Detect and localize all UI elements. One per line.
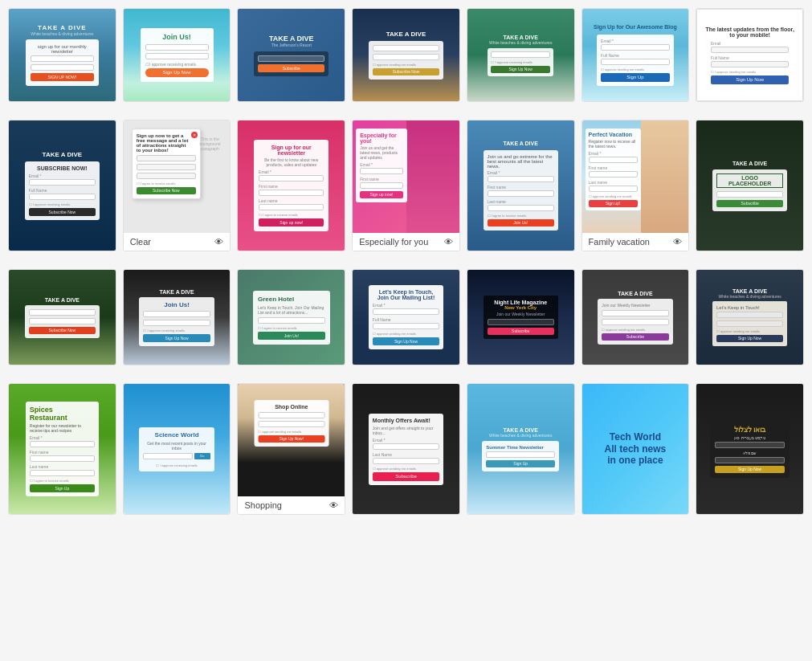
card-greenmint-label: Green Mint 👁 — [696, 251, 803, 251]
card-sports[interactable]: Monthly Offers Await! Join and get offer… — [352, 383, 460, 515]
card-bluesky-thumb: Sign Up for Our Awesome Blog Email * Ful… — [582, 9, 689, 101]
card-clear-label: Clear 👁 — [124, 233, 231, 251]
card-especially-thumb: Especially for you! Join us and get the … — [353, 120, 459, 233]
row-divider-2 — [8, 258, 804, 263]
card-science[interactable]: Science World Get the most recent posts … — [123, 383, 231, 515]
card-extreme-thumb: TAKE A DIVE Join us and go extreme for t… — [467, 120, 574, 251]
card-business[interactable]: The latest updates from the floor, to yo… — [696, 8, 804, 102]
card-postcard[interactable]: TAKE A DIVE White beaches & diving adven… — [696, 269, 804, 365]
especially-name: Especially for you — [359, 237, 428, 247]
card-science-thumb: Science World Get the most recent posts … — [124, 384, 231, 514]
familyvac-eye-icon[interactable]: 👁 — [673, 237, 682, 247]
card-classic-thumb: TAKE A DIVE SUBSCRIBE NOW! Email * Full … — [9, 120, 116, 251]
card-restaurant[interactable]: SpicesRestaurant Register for our newsle… — [8, 383, 116, 515]
card-clear[interactable]: ✕ Sign up now to get a free message and … — [123, 120, 231, 251]
card-especially-label: Especially for you 👁 — [353, 233, 459, 251]
card-extreme[interactable]: TAKE A DIVE Join us and go extreme for t… — [467, 120, 575, 251]
card-hipster[interactable]: TAKE A DIVE Join Us! ☐ I approve receivi… — [123, 269, 231, 365]
card-beauty-label: Beauty & Cosm... 👁 — [353, 101, 459, 102]
card-science-label: Science 👁 — [124, 514, 231, 515]
card-summertime[interactable]: TAKE A DIVE White beaches & diving adven… — [467, 383, 575, 515]
card-designers-thumb: Sign up for our newsletter Be the first … — [238, 120, 345, 251]
card-bluesky[interactable]: Sign Up for Our Awesome Blog Email * Ful… — [581, 8, 690, 102]
card-designers[interactable]: Sign up for our newsletter Be the first … — [237, 120, 345, 251]
card-blog-label: Blog 👁 — [467, 101, 574, 102]
card-shopping-thumb: Shop Online ☐ approve sending me emails … — [238, 384, 345, 496]
card-restaurant-label: Restaurant 👁 — [9, 514, 116, 515]
card-sports-thumb: Monthly Offers Await! Join and get offer… — [353, 384, 459, 514]
template-grid: TAKE A DIVE White beaches & diving adven… — [8, 8, 804, 515]
familyvac-name: Family vacation — [589, 237, 650, 247]
card-hotel-thumb: Green Hotel Let's Keep in Touch, Join Ou… — [238, 270, 345, 365]
card-familyvac-thumb: Perfect Vacation Register now to receive… — [582, 120, 689, 233]
card-adventure-label: Adventure 👁 — [9, 101, 116, 102]
card-hipster-thumb: TAKE A DIVE Join Us! ☐ I approve receivi… — [124, 270, 231, 365]
card-summertime-label: Summer Time 👁 — [467, 514, 574, 515]
card-familyvac[interactable]: Perfect Vacation Register now to receive… — [581, 120, 690, 251]
clear-eye-icon[interactable]: 👁 — [214, 237, 223, 247]
card-technews[interactable]: Tech WorldAll tech newsin one place Tech… — [581, 383, 690, 515]
card-restaurant-thumb: SpicesRestaurant Register for our newsle… — [9, 384, 116, 514]
card-animated-label: Animated 👁 — [124, 101, 231, 102]
card-keepintouch-thumb: Let's Keep in Touch, Join Our Mailing Li… — [353, 270, 459, 365]
card-petstore-thumb: TAKE A DIVE Join our Weekly Newsletter ☐… — [582, 270, 689, 365]
card-shopping[interactable]: Shop Online ☐ approve sending me emails … — [237, 383, 345, 515]
card-hotel[interactable]: Green Hotel Let's Keep in Touch, Join Ou… — [237, 269, 345, 365]
card-basic-thumb: TAKE A DIVE The Jefferson's Resort Subsc… — [238, 9, 345, 101]
shopping-name: Shopping — [244, 500, 282, 510]
card-postcard-label: Postcard 👁 — [696, 365, 803, 365]
card-bluesky-label: Blue sky 👁 — [582, 101, 689, 102]
card-shopping-label: Shopping 👁 — [238, 496, 345, 514]
card-greenmint-thumb: TAKE A DIVE LOGO PLACEHOLDER Subscribe — [696, 120, 803, 251]
card-beauty[interactable]: TAKE A DIVE ☐ approve sending me emails … — [352, 8, 460, 102]
card-hipster-label: Hipster 👁 — [124, 365, 231, 365]
card-health[interactable]: TAKE A DIVE Subscribe Now Health & Nutri… — [8, 269, 116, 365]
card-beauty-thumb: TAKE A DIVE ☐ approve sending me emails … — [353, 9, 459, 101]
card-adventure[interactable]: TAKE A DIVE White beaches & diving adven… — [8, 8, 116, 102]
card-technews-thumb: Tech WorldAll tech newsin one place — [582, 384, 689, 514]
card-health-thumb: TAKE A DIVE Subscribe Now — [9, 270, 116, 365]
card-basic-label: Basic 👁 — [238, 101, 345, 102]
card-summertime-thumb: TAKE A DIVE White beaches & diving adven… — [467, 384, 574, 514]
card-postcard-thumb: TAKE A DIVE White beaches & diving adven… — [696, 270, 803, 365]
card-extreme-label: Extreme 👁 — [467, 251, 574, 251]
card-business-thumb: The latest updates from the floor, to yo… — [696, 9, 803, 101]
card-especially[interactable]: Especially for you! Join us and get the … — [352, 120, 460, 251]
card-designers-label: Designers 👁 — [238, 251, 345, 251]
card-classic-label: Classic 👁 — [9, 251, 116, 251]
card-petstore[interactable]: TAKE A DIVE Join our Weekly Newsletter ☐… — [581, 269, 690, 365]
card-nightlife-label: Night Life 👁 — [467, 365, 574, 365]
card-sports-label: Sports 👁 — [353, 514, 459, 515]
card-health-label: Health & Nutrition 👁 — [9, 365, 116, 365]
card-animated[interactable]: Join Us! ☐ I approve receiving emails Si… — [123, 8, 231, 102]
card-nightlife-thumb: Night Life Magazine New York City Join o… — [467, 270, 574, 365]
clear-name: Clear — [130, 237, 151, 247]
card-clear-thumb: ✕ Sign up now to get a free message and … — [124, 120, 231, 233]
card-nightlife[interactable]: Night Life Magazine New York City Join o… — [467, 269, 575, 365]
card-greenmint[interactable]: TAKE A DIVE LOGO PLACEHOLDER Subscribe G… — [696, 120, 804, 251]
card-blog[interactable]: TAKE A DIVE White beaches & diving adven… — [467, 8, 575, 102]
card-basic[interactable]: TAKE A DIVE The Jefferson's Resort Subsc… — [237, 8, 345, 102]
card-technology-label: Technology 👁 — [696, 514, 803, 515]
card-familyvac-label: Family vacation 👁 — [582, 233, 689, 251]
card-keepintouch-label: Keep in touch 👁 — [353, 365, 459, 365]
card-business-label: Business & Fin... 👁 — [696, 101, 803, 102]
card-animated-thumb: Join Us! ☐ I approve receiving emails Si… — [124, 9, 231, 101]
especially-eye-icon[interactable]: 👁 — [444, 237, 453, 247]
card-technology-thumb: בואו לצלול טקסט בעברית כאן שם מלא Sign U… — [696, 384, 803, 514]
card-technews-label: Tech News 👁 — [582, 514, 689, 515]
card-technology[interactable]: בואו לצלול טקסט בעברית כאן שם מלא Sign U… — [696, 383, 804, 515]
card-petstore-label: Pet store 👁 — [582, 365, 689, 365]
card-classic[interactable]: TAKE A DIVE SUBSCRIBE NOW! Email * Full … — [8, 120, 116, 251]
row-divider-1 — [8, 108, 804, 113]
card-blog-thumb: TAKE A DIVE White beaches & diving adven… — [467, 9, 574, 101]
card-keepintouch[interactable]: Let's Keep in Touch, Join Our Mailing Li… — [352, 269, 460, 365]
shopping-eye-icon[interactable]: 👁 — [329, 500, 338, 510]
card-hotel-label: Hotel 👁 — [238, 365, 345, 365]
row-divider-3 — [8, 372, 804, 377]
card-adventure-thumb: TAKE A DIVE White beaches & diving adven… — [9, 9, 116, 101]
